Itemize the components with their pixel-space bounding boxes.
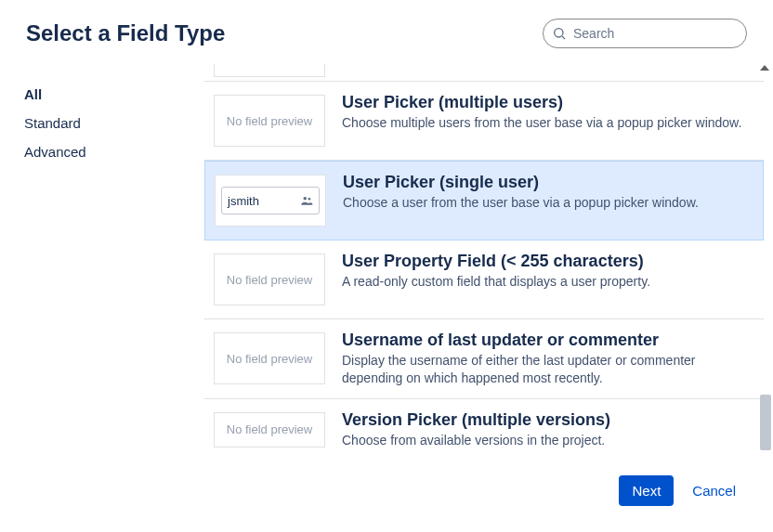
field-row-partial-above[interactable]	[204, 64, 764, 82]
search-icon	[552, 26, 567, 41]
field-info: Username of last updater or commenter Di…	[342, 327, 754, 391]
field-title: Username of last updater or commenter	[342, 331, 745, 350]
field-preview-box	[214, 64, 325, 77]
people-icon	[300, 194, 313, 207]
dialog-footer: Next Cancel	[0, 461, 773, 532]
search-input[interactable]	[543, 19, 747, 48]
svg-point-0	[555, 29, 563, 37]
field-title: User Picker (multiple users)	[342, 93, 745, 112]
field-description: Choose from available versions in the pr…	[342, 432, 745, 449]
field-preview-box: No field preview	[214, 332, 325, 384]
dialog-title: Select a Field Type	[26, 20, 225, 46]
field-preview-box: No field preview	[214, 412, 325, 448]
user-picker-preview-value: jsmith	[228, 194, 259, 208]
field-title: User Picker (single user)	[343, 173, 744, 192]
field-info: Version Picker (multiple versions) Choos…	[342, 407, 754, 453]
field-row[interactable]: jsmith User Picker (single user) Choose …	[204, 161, 764, 240]
field-info: User Picker (multiple users) Choose mult…	[342, 89, 754, 152]
field-description: Choose multiple users from the user base…	[342, 114, 745, 132]
field-description: Display the username of either the last …	[342, 352, 745, 387]
field-info: User Picker (single user) Choose a user …	[343, 169, 753, 232]
field-description: A read-only custom field that displays a…	[342, 273, 745, 291]
svg-point-3	[308, 198, 311, 201]
sidebar-item-advanced[interactable]: Advanced	[19, 137, 204, 166]
svg-line-1	[562, 36, 565, 39]
search-wrap	[543, 19, 747, 48]
field-preview-box: jsmith	[215, 175, 326, 227]
field-description: Choose a user from the user base via a p…	[343, 194, 744, 212]
sidebar-item-all[interactable]: All	[19, 80, 204, 109]
field-row[interactable]: No field preview Username of last update…	[204, 319, 764, 399]
field-preview-box: No field preview	[214, 95, 325, 147]
sidebar-item-standard[interactable]: Standard	[19, 109, 204, 137]
cancel-button[interactable]: Cancel	[692, 483, 736, 499]
field-type-list[interactable]: No field preview User Picker (multiple u…	[204, 63, 773, 462]
field-title: User Property Field (< 255 characters)	[342, 252, 745, 271]
field-title: Version Picker (multiple versions)	[342, 410, 745, 430]
field-row[interactable]: No field preview User Picker (multiple u…	[204, 82, 764, 161]
field-row[interactable]: No field preview User Property Field (< …	[204, 240, 764, 319]
field-row[interactable]: No field preview Version Picker (multipl…	[204, 399, 764, 461]
user-picker-preview-input: jsmith	[221, 187, 320, 214]
svg-point-2	[304, 197, 308, 201]
scrollbar-thumb[interactable]	[760, 395, 771, 450]
field-info: User Property Field (< 255 characters) A…	[342, 248, 754, 311]
next-button[interactable]: Next	[619, 475, 674, 506]
scroll-up-arrow-icon[interactable]	[760, 65, 769, 71]
field-category-sidebar: All Standard Advanced	[0, 63, 204, 462]
field-preview-box: No field preview	[214, 253, 325, 305]
